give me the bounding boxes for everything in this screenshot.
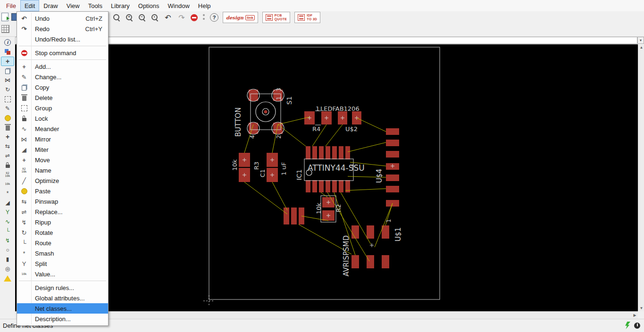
info-tool[interactable]: i [1,38,14,47]
pcb-canvas[interactable]: 1LEDFAB1206R4U$2ATTINY44-SSUBUTTONS13142… [15,44,638,311]
ripup-tool[interactable]: ↯ [1,236,14,245]
menu-item-optimize[interactable]: ╱Optimize [17,175,108,186]
scroll-down-icon[interactable]: ▼ [638,305,644,311]
group-tool[interactable] [1,94,14,104]
route-tool[interactable]: └ [1,226,14,236]
zoom-in-icon-sign: + [127,15,131,19]
menubar-tools[interactable]: Tools [84,0,107,11]
pcb-pad [249,123,258,134]
vertical-scrollbar[interactable]: ▲ ▼ [638,44,644,311]
menu-item-delete[interactable]: Delete [17,92,108,103]
zoom-out-icon[interactable]: − [138,13,146,22]
menu-item-pinswap[interactable]: ⇆Pinswap [17,196,108,207]
menu-item-paste[interactable]: Paste [17,186,108,196]
menu-item-rotate[interactable]: ↻Rotate [17,227,108,238]
menu-item-smash[interactable]: *Smash [17,248,108,258]
menubar-edit[interactable]: Edit [20,0,39,11]
smash-tool[interactable]: * [1,189,14,198]
menubar-file[interactable]: File [2,0,20,11]
menu-item-copy[interactable]: Copy [17,82,108,92]
menu-item-replace[interactable]: ⇌Replace... [17,207,108,217]
menu-item-split[interactable]: YSplit [17,258,108,269]
menu-item-label: Name [31,167,102,174]
stop-command-icon[interactable] [191,14,198,21]
menu-item-label: Ripup [31,219,102,226]
ratsnest-warning[interactable] [1,274,14,283]
menu-item-meander[interactable]: ∿Meander [17,124,108,134]
menu-item-design-rules[interactable]: Design rules... [17,282,108,293]
menu-item-lock[interactable]: Lock [17,113,108,124]
menubar-draw[interactable]: Draw [39,0,62,11]
lock-tool[interactable] [1,160,14,170]
menu-item-net-classes[interactable]: Net classes... [17,303,108,314]
pinswap-tool[interactable]: ⇆ [1,141,14,151]
menu-item-redo[interactable]: ↷RedoCtrl+Y [17,24,108,34]
combo-dropdown-arrow-icon[interactable]: ▼ [637,37,644,44]
meander-tool[interactable]: ∿ [1,217,14,226]
replace-tool[interactable]: ⇌ [1,151,14,160]
menu-item-shortcut: Ctrl+Y [85,25,108,33]
mirror-tool[interactable]: ⋈ [1,75,14,85]
name-tool[interactable]: R2 10k [1,170,14,179]
menu-item-move[interactable]: +Move [17,155,108,165]
copy-tool[interactable] [1,66,14,75]
zoom-select-icon-sign: ▪ [152,15,157,19]
statusbar-icons [625,322,640,329]
miter-icon: ◢ [19,146,29,153]
menu-item-stop-command[interactable]: Stop command [17,48,108,58]
change-tool[interactable]: ✎ [1,104,14,113]
design-link-button[interactable]: designlink [223,12,258,23]
pcb-quote-button[interactable]: PCBQUOTE [262,12,290,23]
via-tool[interactable]: ◎ [1,264,14,274]
zoom-in-icon[interactable]: + [125,13,134,22]
redo-icon[interactable]: ↷ [177,13,186,22]
menu-item-group[interactable]: Group [17,103,108,113]
display-tool[interactable] [1,47,14,57]
menubar-window[interactable]: Window [164,0,194,11]
menu-item-value[interactable]: 10kValue... [17,269,108,279]
more-dots-icon[interactable] [202,14,206,21]
horizontal-scrollbar[interactable]: ◀ ▶ [15,311,638,319]
delete-tool[interactable] [1,123,14,132]
paste-tool[interactable] [1,113,14,123]
menu-item-undo-redo-list[interactable]: Undo/Redo list... [17,34,108,44]
split-tool[interactable]: Y [1,208,14,217]
add-tool[interactable]: + [1,132,14,141]
undo-icon[interactable]: ↶ [163,13,173,22]
lock-icon [22,118,26,121]
export-board-icon[interactable] [1,13,8,21]
help-icon[interactable]: ? [210,13,218,22]
menu-item-miter[interactable]: ◢Miter [17,144,108,155]
zoom-select-icon[interactable]: ▪ [151,13,159,22]
menu-item-description[interactable]: Description... [17,314,108,324]
scroll-up-icon[interactable]: ▲ [638,44,644,50]
menubar-options[interactable]: Options [134,0,164,11]
pcb-pad [319,180,324,192]
menu-item-ripup[interactable]: ↯Ripup [17,217,108,227]
value-tool-icon: 10k [3,180,12,188]
menubar-library[interactable]: Library [107,0,134,11]
menu-item-mirror[interactable]: ⋈Mirror [17,134,108,144]
menu-item-undo[interactable]: ↶UndoCtrl+Z [17,13,108,24]
pcb-pad [326,146,330,159]
scroll-right-icon[interactable]: ▶ [632,312,638,318]
menu-item-add[interactable]: +Add... [17,61,108,72]
menu-item-route[interactable]: └Route [17,238,108,248]
value-tool[interactable]: 10k [1,179,14,189]
grid-icon[interactable] [1,25,9,33]
pcb-label: BUTTON [234,108,243,137]
rect-tool[interactable]: ▮ [1,255,14,264]
rotate-tool[interactable]: ↻ [1,85,14,94]
menu-item-global-attributes[interactable]: Global attributes... [17,293,108,303]
menu-item-label: Group [31,105,102,112]
miter-tool[interactable]: ◢ [1,198,14,208]
menu-item-name[interactable]: R2 10kName [17,165,108,175]
menubar-view[interactable]: View [62,0,84,11]
paste-tool-icon [5,115,11,121]
menubar-help[interactable]: Help [194,0,215,11]
zoom-fit-icon[interactable] [112,13,121,22]
idf-to-3d-button[interactable]: IDFTO 3D [294,12,320,23]
circle-tool[interactable]: ○ [1,245,14,255]
menu-item-change[interactable]: ✎Change... [17,72,108,82]
move-tool[interactable]: + [1,57,14,66]
